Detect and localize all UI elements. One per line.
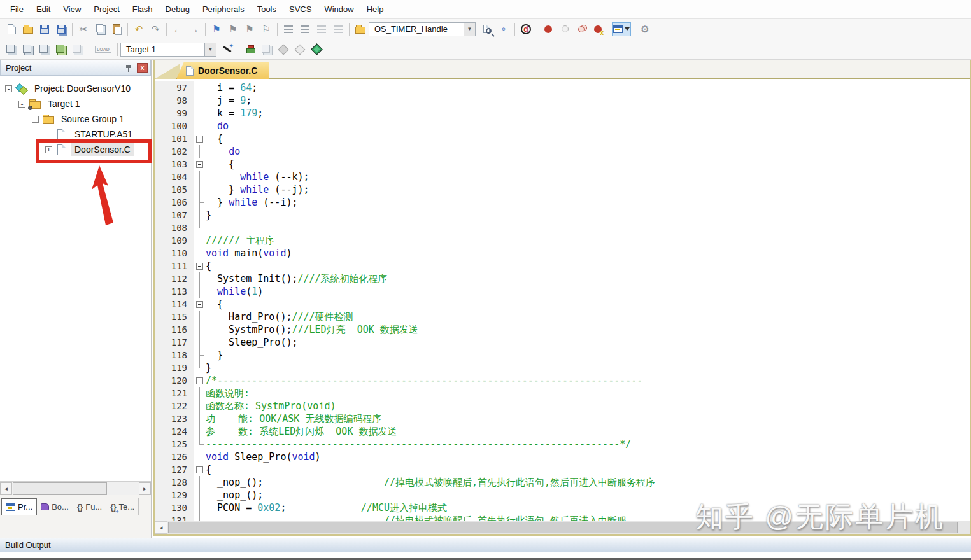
batch-build-button[interactable] — [53, 42, 69, 57]
project-panel-hscrollbar[interactable]: ◄ ► — [0, 481, 151, 495]
target-combobox-dropdown[interactable]: ▼ — [204, 43, 216, 57]
new-file-button[interactable] — [4, 22, 19, 37]
code-line-113[interactable]: 113 while(1) — [155, 285, 970, 298]
code-line-99[interactable]: 99 k = 179; — [155, 107, 970, 120]
menu-item-file[interactable]: File — [4, 2, 30, 17]
menu-item-flash[interactable]: Flash — [126, 2, 159, 17]
code-line-121[interactable]: 121函数说明: — [155, 387, 970, 400]
configure-wrench-button[interactable]: ⚙ — [637, 22, 653, 37]
navigate-back-button[interactable]: ← — [170, 22, 185, 37]
cut-button[interactable]: ✂ — [76, 22, 91, 37]
code-line-105[interactable]: 105 } while (--j); — [155, 183, 970, 196]
tree-item-source-group-1[interactable]: -Source Group 1 — [0, 111, 151, 127]
manage-components-button[interactable] — [243, 42, 258, 57]
code-line-127[interactable]: 127{ — [155, 463, 970, 476]
tree-item-label[interactable]: Source Group 1 — [57, 113, 128, 125]
editor-tab-doorsensor[interactable]: DoorSensor.C — [176, 62, 269, 79]
fold-collapse-icon[interactable] — [194, 298, 206, 311]
code-line-106[interactable]: 106 } while (--i); — [155, 196, 970, 209]
collapse-icon[interactable]: - — [5, 85, 12, 92]
code-line-108[interactable]: 108 — [155, 221, 970, 234]
next-bookmark-button[interactable]: ⚑ — [242, 22, 257, 37]
flash-diamond-icon[interactable] — [276, 42, 291, 57]
code-line-124[interactable]: 124参 数: 系统LED灯闪烁 OOK 数据发送 — [155, 425, 970, 438]
start-stop-debug-button[interactable]: d — [518, 22, 534, 37]
code-line-111[interactable]: 111{ — [155, 260, 970, 272]
find-button[interactable]: ⌖ — [496, 22, 511, 37]
save-all-button[interactable] — [53, 22, 69, 37]
target-combobox[interactable]: Target 1 — [120, 43, 205, 57]
tree-item-target-1[interactable]: -Target 1 — [0, 96, 151, 111]
scroll-right-arrow[interactable]: ► — [139, 482, 151, 495]
menu-item-edit[interactable]: Edit — [30, 2, 57, 17]
scroll-left-arrow[interactable]: ◄ — [0, 482, 12, 495]
indent-button[interactable] — [297, 22, 313, 37]
redo-button[interactable]: ↷ — [148, 22, 163, 37]
download-to-flash-button[interactable]: LOAD — [92, 42, 114, 57]
menu-item-window[interactable]: Window — [318, 2, 360, 17]
multi-project-workspace-icon[interactable] — [259, 42, 274, 57]
menu-item-tools[interactable]: Tools — [251, 2, 283, 17]
code-line-128[interactable]: 128 _nop_(); //掉电模式被唤醒后,首先执行此语句,然后再进入中断服… — [155, 476, 970, 489]
code-line-122[interactable]: 122函数名称: SystmPro(void) — [155, 400, 970, 412]
code-line-125[interactable]: 125-------------------------------------… — [155, 438, 970, 451]
code-line-109[interactable]: 109////// 主程序 — [155, 234, 970, 247]
collapse-icon[interactable]: - — [32, 116, 39, 123]
code-area[interactable]: 97 i = 64;98 j = 9;99 k = 179;100 do101 … — [155, 79, 970, 521]
code-line-117[interactable]: 117 Sleep_Pro(); — [155, 336, 970, 349]
view-tab-pr[interactable]: Pr... — [1, 498, 37, 515]
view-tab-te[interactable]: {}Te... — [106, 498, 139, 515]
symbol-combobox[interactable]: OS_TIMER_Handle — [369, 22, 464, 36]
rebuild-all-button[interactable] — [37, 42, 52, 57]
toggle-breakpoint-button[interactable] — [541, 22, 556, 37]
fold-collapse-icon[interactable] — [194, 132, 206, 145]
tree-item-label[interactable]: STARTUP.A51 — [71, 128, 136, 141]
pin-icon[interactable] — [124, 64, 133, 73]
menu-item-help[interactable]: Help — [360, 2, 390, 17]
window-layout-button[interactable] — [612, 22, 631, 36]
code-line-115[interactable]: 115 Hard_Pro();////硬件检测 — [155, 311, 970, 323]
target-options-wand-button[interactable] — [220, 42, 236, 57]
breakpoint-empty-icon[interactable] — [557, 22, 572, 37]
scroll-left-arrow[interactable]: ◄ — [155, 521, 167, 534]
menu-item-svcs[interactable]: SVCS — [283, 2, 318, 17]
translate-button[interactable] — [4, 42, 19, 57]
code-line-116[interactable]: 116 SystmPro();///LED灯亮 OOK 数据发送 — [155, 323, 970, 336]
tree-item-label[interactable]: Target 1 — [44, 97, 84, 110]
build-output-header[interactable]: Build Output — [0, 538, 971, 552]
comment-selection-button[interactable] — [314, 22, 329, 37]
clear-bookmarks-button[interactable]: ⚐ — [259, 22, 274, 37]
toggle-bookmark-button[interactable]: ⚑ — [209, 22, 224, 37]
view-tab-fu[interactable]: {}Fu... — [73, 498, 106, 515]
scroll-thumb[interactable] — [13, 482, 107, 495]
tree-item-label[interactable]: Project: DoorSensorV10 — [31, 82, 134, 95]
code-line-123[interactable]: 123功 能: OOK/ASK 无线数据编码程序 — [155, 412, 970, 425]
paste-button[interactable] — [109, 22, 124, 37]
code-line-101[interactable]: 101 { — [155, 132, 970, 145]
view-tab-bo[interactable]: Bo... — [37, 498, 73, 515]
code-line-103[interactable]: 103 { — [155, 158, 970, 171]
undo-button[interactable]: ↶ — [131, 22, 146, 37]
code-line-118[interactable]: 118 } — [155, 349, 970, 361]
unindent-button[interactable] — [281, 22, 296, 37]
code-line-119[interactable]: 119} — [155, 361, 970, 374]
menu-item-project[interactable]: Project — [87, 2, 125, 17]
build-button[interactable] — [20, 42, 36, 57]
fold-collapse-icon[interactable] — [194, 158, 206, 171]
code-line-126[interactable]: 126void Sleep_Pro(void) — [155, 451, 970, 463]
symbol-combobox-dropdown[interactable]: ▼ — [464, 22, 476, 36]
stop-build-button[interactable] — [70, 42, 85, 57]
project-tree[interactable]: -Project: DoorSensorV10-Target 1-Source … — [0, 76, 151, 481]
save-button[interactable] — [37, 22, 52, 37]
menu-item-peripherals[interactable]: Peripherals — [196, 2, 251, 17]
navigate-forward-button[interactable]: → — [187, 22, 202, 37]
menu-item-view[interactable]: View — [57, 2, 87, 17]
browse-functions-icon[interactable] — [353, 22, 368, 37]
build-output-content[interactable] — [1, 552, 970, 558]
fold-collapse-icon[interactable] — [194, 463, 206, 476]
pack-installer-button[interactable] — [309, 42, 324, 57]
code-line-110[interactable]: 110void main(void) — [155, 247, 970, 260]
code-line-98[interactable]: 98 j = 9; — [155, 94, 970, 107]
code-line-112[interactable]: 112 System_Init();////系统初始化程序 — [155, 272, 970, 285]
kill-all-breakpoints-button[interactable] — [590, 22, 606, 37]
